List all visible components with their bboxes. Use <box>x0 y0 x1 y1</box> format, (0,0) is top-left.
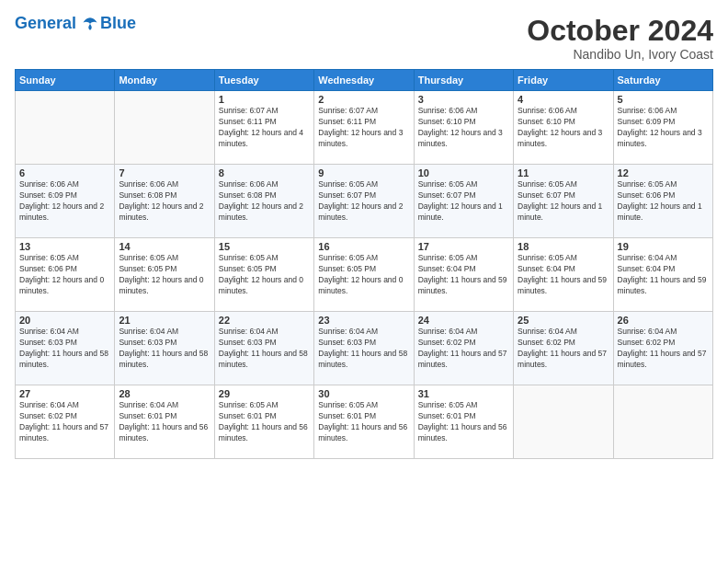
day-info: Sunrise: 6:04 AM Sunset: 6:02 PM Dayligh… <box>518 327 609 371</box>
calendar-cell: 12Sunrise: 6:05 AM Sunset: 6:06 PM Dayli… <box>613 165 712 238</box>
day-number: 14 <box>119 241 210 252</box>
day-number: 5 <box>618 94 709 105</box>
day-info: Sunrise: 6:05 AM Sunset: 6:06 PM Dayligh… <box>19 253 110 297</box>
day-number: 17 <box>418 241 509 252</box>
day-number: 7 <box>119 167 210 178</box>
calendar-cell: 30Sunrise: 6:05 AM Sunset: 6:01 PM Dayli… <box>314 385 414 459</box>
calendar-cell: 15Sunrise: 6:05 AM Sunset: 6:05 PM Dayli… <box>214 238 313 312</box>
calendar-cell: 16Sunrise: 6:05 AM Sunset: 6:05 PM Dayli… <box>314 238 414 312</box>
day-number: 27 <box>19 388 110 399</box>
calendar-cell: 29Sunrise: 6:05 AM Sunset: 6:01 PM Dayli… <box>214 385 313 459</box>
header-monday: Monday <box>115 70 214 91</box>
calendar-cell: 13Sunrise: 6:05 AM Sunset: 6:06 PM Dayli… <box>16 238 115 312</box>
day-number: 15 <box>219 241 310 252</box>
day-number: 6 <box>19 167 110 178</box>
day-info: Sunrise: 6:05 AM Sunset: 6:01 PM Dayligh… <box>318 400 409 444</box>
calendar-cell: 31Sunrise: 6:05 AM Sunset: 6:01 PM Dayli… <box>414 385 513 459</box>
day-number: 20 <box>19 315 110 326</box>
header-tuesday: Tuesday <box>214 70 313 91</box>
calendar-cell: 21Sunrise: 6:04 AM Sunset: 6:03 PM Dayli… <box>115 312 214 385</box>
title-block: October 2024 Nandibo Un, Ivory Coast <box>527 15 713 62</box>
calendar-cell: 8Sunrise: 6:06 AM Sunset: 6:08 PM Daylig… <box>214 165 313 238</box>
day-info: Sunrise: 6:05 AM Sunset: 6:07 PM Dayligh… <box>518 179 609 224</box>
calendar-cell: 25Sunrise: 6:04 AM Sunset: 6:02 PM Dayli… <box>514 312 613 385</box>
calendar-cell <box>613 385 712 459</box>
calendar-cell: 2Sunrise: 6:07 AM Sunset: 6:11 PM Daylig… <box>314 91 414 165</box>
calendar-cell: 24Sunrise: 6:04 AM Sunset: 6:02 PM Dayli… <box>414 312 513 385</box>
logo-bird-icon <box>82 16 98 32</box>
day-info: Sunrise: 6:07 AM Sunset: 6:11 PM Dayligh… <box>219 106 310 150</box>
day-info: Sunrise: 6:06 AM Sunset: 6:10 PM Dayligh… <box>418 106 509 150</box>
calendar-cell: 26Sunrise: 6:04 AM Sunset: 6:02 PM Dayli… <box>613 312 712 385</box>
calendar-table: Sunday Monday Tuesday Wednesday Thursday… <box>15 69 713 459</box>
calendar-week-0: 1Sunrise: 6:07 AM Sunset: 6:11 PM Daylig… <box>16 91 713 165</box>
day-info: Sunrise: 6:07 AM Sunset: 6:11 PM Dayligh… <box>318 106 409 150</box>
day-number: 1 <box>219 94 310 105</box>
header-saturday: Saturday <box>613 70 712 91</box>
calendar-cell: 9Sunrise: 6:05 AM Sunset: 6:07 PM Daylig… <box>314 165 414 238</box>
day-info: Sunrise: 6:04 AM Sunset: 6:02 PM Dayligh… <box>19 400 110 444</box>
day-number: 30 <box>318 388 409 399</box>
location: Nandibo Un, Ivory Coast <box>527 47 713 62</box>
logo: General Blue <box>15 15 136 33</box>
day-info: Sunrise: 6:05 AM Sunset: 6:07 PM Dayligh… <box>418 179 509 224</box>
calendar-cell: 1Sunrise: 6:07 AM Sunset: 6:11 PM Daylig… <box>214 91 313 165</box>
day-info: Sunrise: 6:06 AM Sunset: 6:08 PM Dayligh… <box>119 179 210 224</box>
day-info: Sunrise: 6:04 AM Sunset: 6:02 PM Dayligh… <box>618 327 709 371</box>
day-info: Sunrise: 6:06 AM Sunset: 6:08 PM Dayligh… <box>219 179 310 224</box>
day-number: 31 <box>418 388 509 399</box>
day-number: 18 <box>518 241 609 252</box>
calendar-cell <box>115 91 214 165</box>
day-info: Sunrise: 6:04 AM Sunset: 6:04 PM Dayligh… <box>618 253 709 297</box>
calendar-week-2: 13Sunrise: 6:05 AM Sunset: 6:06 PM Dayli… <box>16 238 713 312</box>
logo-text: General <box>15 15 98 33</box>
calendar-cell: 22Sunrise: 6:04 AM Sunset: 6:03 PM Dayli… <box>214 312 313 385</box>
calendar-cell: 10Sunrise: 6:05 AM Sunset: 6:07 PM Dayli… <box>414 165 513 238</box>
calendar-header-row: Sunday Monday Tuesday Wednesday Thursday… <box>16 70 713 91</box>
day-number: 28 <box>119 388 210 399</box>
day-number: 12 <box>618 167 709 178</box>
day-info: Sunrise: 6:05 AM Sunset: 6:07 PM Dayligh… <box>318 179 409 224</box>
calendar-cell: 14Sunrise: 6:05 AM Sunset: 6:05 PM Dayli… <box>115 238 214 312</box>
header-wednesday: Wednesday <box>314 70 414 91</box>
day-number: 10 <box>418 167 509 178</box>
day-number: 24 <box>418 315 509 326</box>
day-number: 8 <box>219 167 310 178</box>
calendar-cell: 7Sunrise: 6:06 AM Sunset: 6:08 PM Daylig… <box>115 165 214 238</box>
logo-general: General <box>15 14 76 32</box>
calendar-cell: 18Sunrise: 6:05 AM Sunset: 6:04 PM Dayli… <box>514 238 613 312</box>
calendar-cell: 3Sunrise: 6:06 AM Sunset: 6:10 PM Daylig… <box>414 91 513 165</box>
day-number: 22 <box>219 315 310 326</box>
day-info: Sunrise: 6:05 AM Sunset: 6:01 PM Dayligh… <box>219 400 310 444</box>
calendar-week-4: 27Sunrise: 6:04 AM Sunset: 6:02 PM Dayli… <box>16 385 713 459</box>
header-sunday: Sunday <box>16 70 115 91</box>
day-info: Sunrise: 6:05 AM Sunset: 6:05 PM Dayligh… <box>119 253 210 297</box>
day-number: 26 <box>618 315 709 326</box>
day-info: Sunrise: 6:05 AM Sunset: 6:01 PM Dayligh… <box>418 400 509 444</box>
day-number: 9 <box>318 167 409 178</box>
day-info: Sunrise: 6:04 AM Sunset: 6:03 PM Dayligh… <box>119 327 210 371</box>
day-number: 2 <box>318 94 409 105</box>
day-number: 19 <box>618 241 709 252</box>
day-info: Sunrise: 6:04 AM Sunset: 6:03 PM Dayligh… <box>219 327 310 371</box>
calendar-week-1: 6Sunrise: 6:06 AM Sunset: 6:09 PM Daylig… <box>16 165 713 238</box>
logo-blue: Blue <box>100 15 136 33</box>
day-info: Sunrise: 6:04 AM Sunset: 6:01 PM Dayligh… <box>119 400 210 444</box>
calendar-week-3: 20Sunrise: 6:04 AM Sunset: 6:03 PM Dayli… <box>16 312 713 385</box>
day-info: Sunrise: 6:05 AM Sunset: 6:04 PM Dayligh… <box>518 253 609 297</box>
day-number: 3 <box>418 94 509 105</box>
calendar-cell: 19Sunrise: 6:04 AM Sunset: 6:04 PM Dayli… <box>613 238 712 312</box>
day-number: 16 <box>318 241 409 252</box>
calendar-cell: 27Sunrise: 6:04 AM Sunset: 6:02 PM Dayli… <box>16 385 115 459</box>
day-number: 21 <box>119 315 210 326</box>
calendar-cell <box>16 91 115 165</box>
calendar-cell: 17Sunrise: 6:05 AM Sunset: 6:04 PM Dayli… <box>414 238 513 312</box>
day-number: 29 <box>219 388 310 399</box>
header-thursday: Thursday <box>414 70 513 91</box>
day-info: Sunrise: 6:06 AM Sunset: 6:09 PM Dayligh… <box>618 106 709 150</box>
calendar-page: General Blue October 2024 Nandibo Un, Iv… <box>0 0 728 563</box>
day-number: 13 <box>19 241 110 252</box>
month-title: October 2024 <box>527 15 713 47</box>
calendar-cell: 11Sunrise: 6:05 AM Sunset: 6:07 PM Dayli… <box>514 165 613 238</box>
day-number: 25 <box>518 315 609 326</box>
